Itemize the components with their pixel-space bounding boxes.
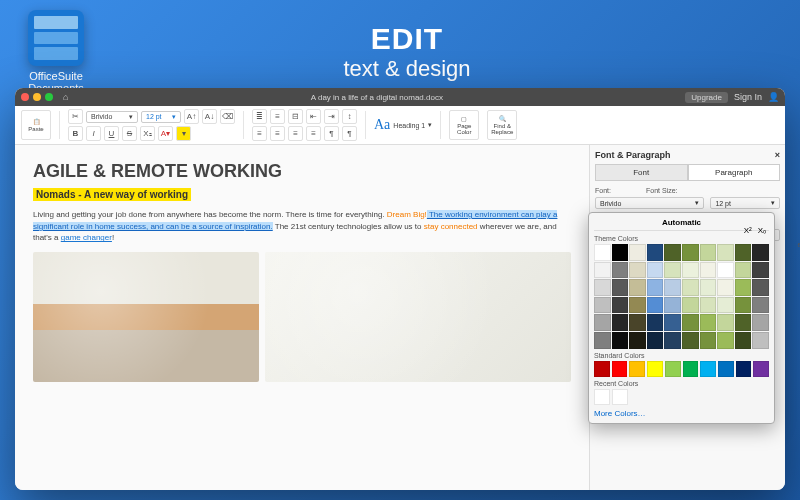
swatch[interactable] xyxy=(717,314,734,331)
swatch[interactable] xyxy=(682,314,699,331)
align-left-icon[interactable]: ≡ xyxy=(252,126,267,141)
swatch[interactable] xyxy=(612,279,629,296)
more-colors-link[interactable]: More Colors… xyxy=(594,409,769,418)
swatch[interactable] xyxy=(683,361,699,377)
swatch[interactable] xyxy=(594,279,611,296)
swatch[interactable] xyxy=(612,361,628,377)
pagecolor-button[interactable]: ▢Page Color xyxy=(449,110,479,140)
swatch[interactable] xyxy=(612,332,629,349)
close-icon[interactable] xyxy=(21,93,29,101)
home-icon[interactable]: ⌂ xyxy=(63,92,68,102)
swatch[interactable] xyxy=(717,297,734,314)
subscript-button[interactable]: X₀ xyxy=(758,226,766,235)
multilevel-icon[interactable]: ⊟ xyxy=(288,109,303,124)
swatch[interactable] xyxy=(647,314,664,331)
swatch[interactable] xyxy=(665,361,681,377)
swatch[interactable] xyxy=(735,314,752,331)
tab-paragraph[interactable]: Paragraph xyxy=(688,164,781,181)
align-center-icon[interactable]: ≡ xyxy=(270,126,285,141)
sidebar-size-select[interactable]: 12 pt▾ xyxy=(710,197,780,209)
paste-button[interactable]: 📋Paste xyxy=(21,110,51,140)
swatch[interactable] xyxy=(735,332,752,349)
strike-button[interactable]: S xyxy=(122,126,137,141)
numbering-icon[interactable]: ≡ xyxy=(270,109,285,124)
image-workspace[interactable] xyxy=(33,252,259,382)
user-icon[interactable]: 👤 xyxy=(768,92,779,102)
swatch[interactable] xyxy=(736,361,752,377)
swatch[interactable] xyxy=(629,297,646,314)
font-grow-icon[interactable]: A↑ xyxy=(184,109,199,124)
swatch[interactable] xyxy=(594,262,611,279)
swatch[interactable] xyxy=(664,279,681,296)
swatch[interactable] xyxy=(664,244,681,261)
swatch[interactable] xyxy=(612,244,629,261)
swatch[interactable] xyxy=(682,279,699,296)
standard-swatches[interactable] xyxy=(594,361,769,377)
swatch[interactable] xyxy=(629,314,646,331)
swatch[interactable] xyxy=(629,332,646,349)
swatch[interactable] xyxy=(718,361,734,377)
find-button[interactable]: 🔍Find & Replace xyxy=(487,110,517,140)
swatch[interactable] xyxy=(647,262,664,279)
swatch[interactable] xyxy=(752,244,769,261)
close-icon[interactable]: × xyxy=(775,150,780,160)
swatch[interactable] xyxy=(647,297,664,314)
swatch[interactable] xyxy=(735,297,752,314)
tab-font[interactable]: Font xyxy=(595,164,688,181)
zoom-icon[interactable] xyxy=(45,93,53,101)
swatch[interactable] xyxy=(735,279,752,296)
fontsize-select[interactable]: 12 pt▾ xyxy=(141,111,181,123)
underline-button[interactable]: U xyxy=(104,126,119,141)
swatch[interactable] xyxy=(682,297,699,314)
swatch[interactable] xyxy=(647,244,664,261)
swatch[interactable] xyxy=(629,279,646,296)
bold-button[interactable]: B xyxy=(68,126,83,141)
swatch[interactable] xyxy=(700,244,717,261)
swatch[interactable] xyxy=(717,332,734,349)
ltr-icon[interactable]: ¶ xyxy=(324,126,339,141)
theme-swatches[interactable] xyxy=(594,244,769,349)
swatch[interactable] xyxy=(752,314,769,331)
swatch[interactable] xyxy=(594,389,610,405)
subscript-button[interactable]: X₂ xyxy=(140,126,155,141)
traffic-lights[interactable] xyxy=(21,93,53,101)
swatch[interactable] xyxy=(594,314,611,331)
swatch[interactable] xyxy=(647,332,664,349)
highlight-button[interactable]: ▾ xyxy=(176,126,191,141)
indent-icon[interactable]: ⇥ xyxy=(324,109,339,124)
swatch[interactable] xyxy=(735,244,752,261)
document-canvas[interactable]: AGILE & REMOTE WORKING Nomads - A new wa… xyxy=(15,145,589,490)
swatch[interactable] xyxy=(594,361,610,377)
swatch[interactable] xyxy=(612,262,629,279)
swatch[interactable] xyxy=(664,332,681,349)
image-flatlay[interactable] xyxy=(265,252,571,382)
swatch[interactable] xyxy=(682,332,699,349)
minimize-icon[interactable] xyxy=(33,93,41,101)
swatch[interactable] xyxy=(594,297,611,314)
swatch[interactable] xyxy=(700,262,717,279)
recent-swatches[interactable] xyxy=(594,389,769,405)
swatch[interactable] xyxy=(735,262,752,279)
sidebar-font-select[interactable]: Brivido▾ xyxy=(595,197,704,209)
swatch[interactable] xyxy=(612,314,629,331)
swatch[interactable] xyxy=(594,244,611,261)
rtl-icon[interactable]: ¶ xyxy=(342,126,357,141)
style-group[interactable]: Aa Heading 1 ▾ xyxy=(374,117,432,133)
font-select[interactable]: Brivido▾ xyxy=(86,111,138,123)
cut-icon[interactable]: ✂ xyxy=(68,109,83,124)
swatch[interactable] xyxy=(753,361,769,377)
swatch[interactable] xyxy=(700,279,717,296)
upgrade-button[interactable]: Upgrade xyxy=(685,92,728,103)
swatch[interactable] xyxy=(647,279,664,296)
swatch[interactable] xyxy=(682,262,699,279)
swatch[interactable] xyxy=(752,332,769,349)
swatch[interactable] xyxy=(717,279,734,296)
swatch[interactable] xyxy=(700,332,717,349)
swatch[interactable] xyxy=(612,297,629,314)
bullets-icon[interactable]: ≣ xyxy=(252,109,267,124)
swatch[interactable] xyxy=(700,297,717,314)
clear-format-icon[interactable]: ⌫ xyxy=(220,109,235,124)
swatch[interactable] xyxy=(647,361,663,377)
swatch[interactable] xyxy=(700,314,717,331)
font-shrink-icon[interactable]: A↓ xyxy=(202,109,217,124)
